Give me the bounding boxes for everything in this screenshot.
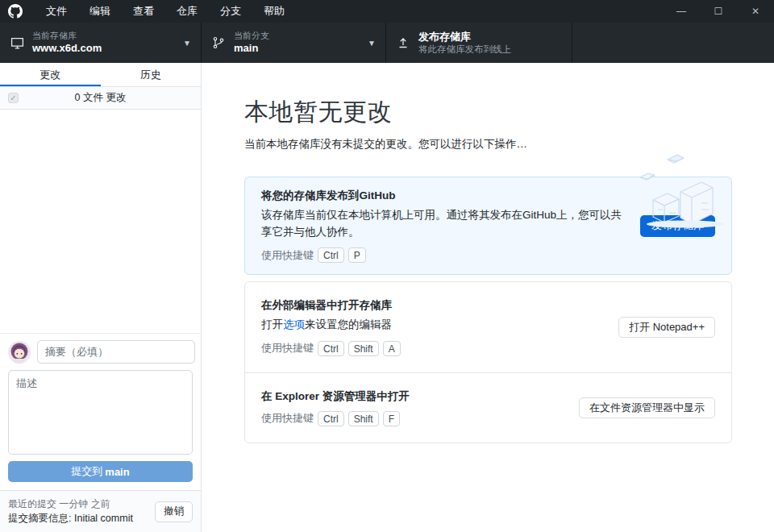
commit-description-input[interactable]	[8, 370, 193, 455]
upload-icon	[396, 35, 410, 50]
commit-summary-row	[8, 340, 193, 364]
last-commit-bar: 最近的提交 一分钟 之前 提交摘要信息: Initial commit 撤销	[0, 490, 201, 532]
toolbar: 当前存储库 www.x6d.com ▼ 当前分支 main ▼	[0, 23, 774, 63]
commit-summary-input[interactable]	[37, 340, 195, 364]
menubar: 文件 编辑 查看 仓库 分支 帮助	[35, 0, 296, 23]
changes-count-label: 0 文件 更改	[0, 91, 201, 105]
menu-repository[interactable]: 仓库	[165, 0, 209, 23]
undo-button[interactable]: 撤销	[155, 501, 193, 522]
publish-card-shortcut: 使用快捷键 Ctrl P	[261, 247, 624, 263]
menu-edit[interactable]: 编辑	[78, 0, 122, 23]
page-title: 本地暂无更改	[244, 96, 732, 129]
maximize-button[interactable]: ☐	[700, 0, 737, 23]
content: 更改 历史 ✓ 0 文件 更改	[0, 63, 774, 532]
titlebar: 文件 编辑 查看 仓库 分支 帮助 — ☐ ✕	[0, 0, 774, 23]
current-repository-label: 当前存储库	[32, 31, 178, 42]
actions-card-group: 在外部编辑器中打开存储库 打开选项来设置您的编辑器 使用快捷键 Ctrl Shi…	[244, 281, 732, 443]
body-pre: 打开	[261, 318, 283, 330]
key-shift: Shift	[348, 341, 379, 356]
git-branch-icon	[211, 35, 226, 50]
publish-repository-subtitle: 将此存储库发布到线上	[418, 44, 562, 55]
current-branch-dropdown[interactable]: 当前分支 main ▼	[202, 23, 386, 63]
current-repository-value: www.x6d.com	[32, 42, 178, 55]
key-ctrl: Ctrl	[318, 247, 344, 263]
publish-card-title: 将您的存储库发布到GitHub	[261, 189, 624, 203]
last-commit-text: 最近的提交 一分钟 之前 提交摘要信息: Initial commit	[8, 497, 155, 526]
show-in-explorer-button[interactable]: 在文件资源管理器中显示	[579, 397, 715, 418]
open-in-explorer-title: 在 Explorer 资源管理器中打开	[261, 389, 563, 404]
open-in-explorer-shortcut: 使用快捷键 Ctrl Shift F	[261, 411, 563, 426]
key-a: A	[383, 341, 401, 356]
changes-list-empty	[0, 110, 201, 333]
last-commit-summary-label: 提交摘要信息:	[8, 513, 71, 524]
current-branch-text: 当前分支 main	[234, 31, 363, 55]
window-controls: — ☐ ✕	[663, 0, 774, 23]
tab-changes[interactable]: 更改	[0, 63, 101, 86]
key-shift: Shift	[348, 411, 379, 426]
avatar	[8, 341, 31, 364]
no-changes-pane: 本地暂无更改 当前本地存储库没有未提交的更改。您可以进行以下操作… 将您的存储库…	[202, 63, 774, 532]
publish-card-text: 将您的存储库发布到GitHub 该存储库当前仅在本地计算机上可用。通过将其发布在…	[261, 189, 624, 264]
key-f: F	[383, 411, 400, 426]
tab-history[interactable]: 历史	[101, 63, 202, 86]
open-in-explorer-text: 在 Explorer 资源管理器中打开 使用快捷键 Ctrl Shift F	[261, 389, 563, 426]
menu-file[interactable]: 文件	[35, 0, 78, 23]
github-desktop-window: 文件 编辑 查看 仓库 分支 帮助 — ☐ ✕ 当前存储库 www.x6d.co…	[0, 0, 774, 532]
menu-branch[interactable]: 分支	[209, 0, 252, 23]
boxes-illustration	[630, 142, 735, 232]
minimize-button[interactable]: —	[663, 0, 700, 23]
github-logo-icon	[7, 3, 23, 19]
open-in-editor-title: 在外部编辑器中打开存储库	[261, 298, 602, 313]
shortcut-prefix: 使用快捷键	[261, 411, 314, 426]
menu-help[interactable]: 帮助	[252, 0, 296, 23]
key-ctrl: Ctrl	[318, 411, 344, 426]
last-commit-summary: 提交摘要信息: Initial commit	[8, 511, 155, 526]
commit-button[interactable]: 提交到 main	[8, 461, 193, 482]
open-editor-button[interactable]: 打开 Notepad++	[618, 317, 715, 338]
key-p: P	[348, 247, 366, 263]
publish-card-body: 该存储库当前仅在本地计算机上可用。通过将其发布在GitHub上，您可以共享它并与…	[261, 207, 624, 241]
current-repository-dropdown[interactable]: 当前存储库 www.x6d.com ▼	[0, 23, 202, 63]
open-in-editor-text: 在外部编辑器中打开存储库 打开选项来设置您的编辑器 使用快捷键 Ctrl Shi…	[261, 298, 602, 356]
open-in-explorer-card: 在 Explorer 资源管理器中打开 使用快捷键 Ctrl Shift F 在…	[245, 372, 731, 443]
monitor-icon	[10, 35, 24, 50]
select-all-checkbox[interactable]: ✓	[8, 93, 19, 103]
sidebar-tabs: 更改 历史	[0, 63, 201, 87]
current-repository-text: 当前存储库 www.x6d.com	[32, 31, 178, 55]
publish-repository-text: 发布存储库 将此存储库发布到线上	[418, 31, 562, 56]
last-commit-summary-value: Initial commit	[74, 513, 133, 524]
commit-button-prefix: 提交到	[71, 464, 102, 479]
current-branch-label: 当前分支	[234, 31, 363, 42]
sidebar: 更改 历史 ✓ 0 文件 更改	[0, 63, 202, 532]
publish-repository-toolbar-button[interactable]: 发布存储库 将此存储库发布到线上	[386, 23, 572, 63]
last-commit-time: 最近的提交 一分钟 之前	[8, 497, 155, 511]
shortcut-prefix: 使用快捷键	[261, 248, 314, 263]
commit-form: 提交到 main	[0, 333, 201, 490]
chevron-down-icon: ▼	[183, 39, 191, 48]
publish-repository-title: 发布存储库	[418, 31, 562, 44]
open-in-editor-shortcut: 使用快捷键 Ctrl Shift A	[261, 341, 602, 356]
current-branch-value: main	[234, 42, 363, 55]
key-ctrl: Ctrl	[318, 341, 344, 356]
changes-summary-row: ✓ 0 文件 更改	[0, 87, 201, 110]
open-in-editor-body: 打开选项来设置您的编辑器	[261, 317, 602, 334]
open-in-editor-card: 在外部编辑器中打开存储库 打开选项来设置您的编辑器 使用快捷键 Ctrl Shi…	[245, 282, 731, 372]
chevron-down-icon: ▼	[368, 39, 376, 48]
body-post: 来设置您的编辑器	[305, 318, 392, 330]
commit-button-branch: main	[105, 466, 129, 478]
options-link[interactable]: 选项	[283, 318, 305, 330]
shortcut-prefix: 使用快捷键	[261, 341, 314, 355]
menu-view[interactable]: 查看	[122, 0, 165, 23]
close-button[interactable]: ✕	[737, 0, 774, 23]
